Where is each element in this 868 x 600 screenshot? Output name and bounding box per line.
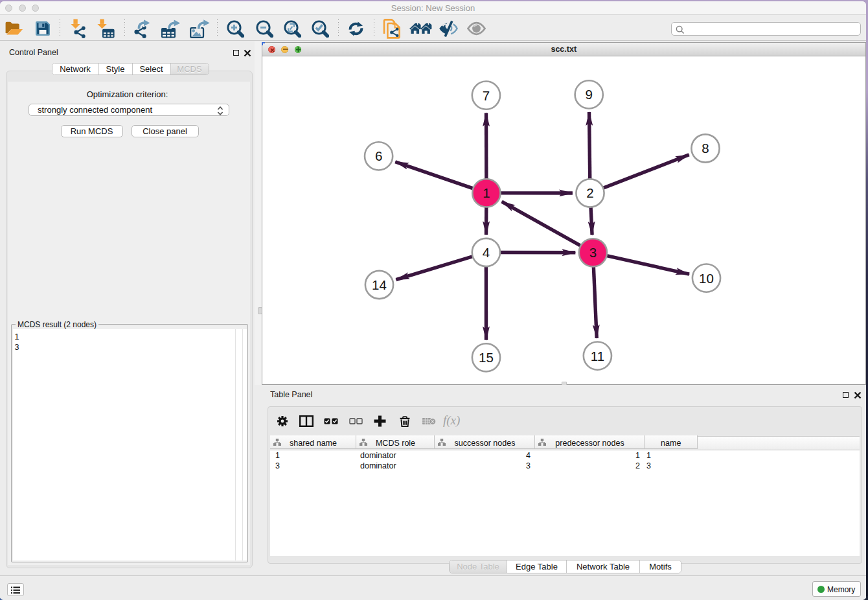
- svg-text:8: 8: [702, 141, 709, 156]
- svg-text:15: 15: [479, 350, 494, 365]
- svg-text:7: 7: [483, 87, 490, 102]
- svg-text:11: 11: [591, 348, 604, 363]
- svg-text:2: 2: [586, 185, 593, 200]
- svg-text:3: 3: [589, 245, 597, 260]
- svg-text:4: 4: [483, 244, 490, 259]
- svg-text:1: 1: [483, 185, 490, 200]
- svg-text:10: 10: [699, 270, 714, 285]
- svg-text:14: 14: [372, 277, 387, 292]
- svg-text:6: 6: [375, 148, 382, 163]
- svg-text:9: 9: [585, 87, 592, 102]
